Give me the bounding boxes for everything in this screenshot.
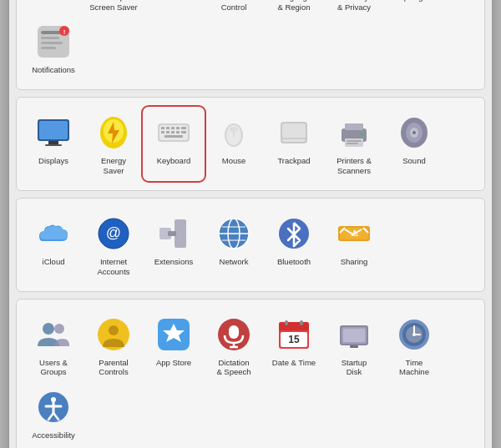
startup-label: StartupDisk [342,358,367,377]
svg-point-93 [54,324,64,334]
svg-rect-69 [347,140,362,142]
hardware-grid: Displays EnergySaver [23,108,478,180]
svg-point-71 [361,132,364,135]
svg-rect-64 [282,123,306,142]
trackpad-icon [274,113,314,153]
pref-sound[interactable]: Sound [384,108,444,180]
icloud-icon [33,214,73,254]
svg-rect-56 [176,131,180,133]
pref-mission[interactable]: MissionControl [204,0,264,17]
accessibility-icon [33,387,73,427]
pref-general[interactable]: General [23,0,84,17]
sound-label: Sound [402,156,425,165]
svg-rect-98 [229,325,239,339]
internet-label: InternetAccounts [97,257,129,276]
svg-rect-51 [176,127,180,129]
svg-rect-110 [343,329,365,342]
svg-point-92 [43,323,54,335]
pref-icloud[interactable]: iCloud [23,209,84,281]
pref-notifications[interactable]: ! Notifications [23,17,84,79]
section-system: Users &Groups ParentalControls [16,299,485,448]
svg-rect-103 [279,327,309,330]
datetime-label: Date & Time [272,358,316,367]
mission-label: MissionControl [220,0,247,12]
section-personal: General Desktop &Screen Saver [16,0,485,90]
pref-sharing[interactable]: ⚠ Sharing [324,209,384,281]
pref-spotlight[interactable]: Spotlight [384,0,444,17]
pref-network[interactable]: Network [204,209,264,281]
svg-rect-55 [171,131,175,133]
desktop-label: Desktop &Screen Saver [89,0,138,12]
sharing-icon: ⚠ [334,214,374,254]
pref-keyboard[interactable]: Keyboard [144,108,204,180]
pref-startup[interactable]: StartupDisk [324,310,384,382]
svg-rect-81 [168,231,176,236]
network-label: Network [220,257,249,266]
svg-rect-106 [285,320,288,325]
system-grid: Users &Groups ParentalControls [23,310,478,445]
network-icon [214,214,254,254]
personal-grid: General Desktop &Screen Saver [23,0,478,79]
pref-internet[interactable]: @ InternetAccounts [84,209,144,281]
pref-dictation[interactable]: Dictation& Speech [204,310,264,382]
appstore-icon [154,315,194,355]
pref-extensions[interactable]: Extensions [144,209,204,281]
svg-rect-107 [300,320,303,325]
pref-datetime[interactable]: 15 Date & Time [264,310,324,382]
dock-label: Dock [164,0,183,3]
security-label: Security& Privacy [337,0,371,12]
timemachine-icon [394,315,434,355]
language-label: Language& Region [276,0,311,12]
svg-rect-49 [166,127,170,129]
svg-rect-40 [39,121,68,139]
svg-rect-52 [181,127,186,129]
energy-icon [94,113,134,153]
section-hardware: Displays EnergySaver [16,97,485,191]
internet-grid: iCloud @ InternetAccounts [23,209,478,281]
svg-text:15: 15 [288,334,300,345]
pref-desktop[interactable]: Desktop &Screen Saver [84,0,144,17]
printers-label: Printers &Scanners [337,156,372,175]
pref-users[interactable]: Users &Groups [23,310,84,382]
pref-parental[interactable]: ParentalControls [84,310,144,382]
dictation-icon [214,315,254,355]
displays-label: Displays [38,156,68,165]
svg-rect-34 [41,42,63,44]
startup-icon [334,315,374,355]
internet-icon: @ [94,214,134,254]
mouse-icon [214,113,254,153]
svg-rect-58 [164,135,183,138]
keyboard-icon [154,113,194,153]
pref-printers[interactable]: Printers &Scanners [324,108,384,180]
svg-text:@: @ [106,224,121,241]
users-label: Users &Groups [39,358,68,377]
svg-rect-67 [345,123,363,130]
pref-security[interactable]: Security& Privacy [324,0,384,17]
energy-label: EnergySaver [101,156,126,175]
general-label: General [39,0,68,3]
pref-bluetooth[interactable]: Bluetooth [264,209,324,281]
accessibility-label: Accessibility [32,430,75,440]
pref-accessibility[interactable]: Accessibility [23,382,84,445]
pref-language[interactable]: Language& Region [264,0,324,17]
pref-appstore[interactable]: App Store [144,310,204,382]
pref-timemachine[interactable]: TimeMachine [384,310,444,382]
datetime-icon: 15 [274,315,314,355]
parental-label: ParentalControls [99,358,128,377]
svg-rect-57 [181,131,186,133]
svg-point-95 [109,325,119,335]
pref-mouse[interactable]: Mouse [204,108,264,180]
trackpad-label: Trackpad [277,156,310,165]
pref-dock[interactable]: Dock [144,0,204,17]
svg-rect-50 [171,127,175,129]
sound-icon [394,113,434,153]
mouse-label: Mouse [222,156,246,165]
pref-trackpad[interactable]: Trackpad [264,108,324,180]
svg-rect-41 [48,141,58,144]
parental-icon [94,315,134,355]
notifications-icon: ! [33,22,73,62]
pref-displays[interactable]: Displays [23,108,84,180]
keyboard-label: Keyboard [157,156,191,165]
svg-rect-54 [166,131,170,133]
pref-energy[interactable]: EnergySaver [84,108,144,180]
